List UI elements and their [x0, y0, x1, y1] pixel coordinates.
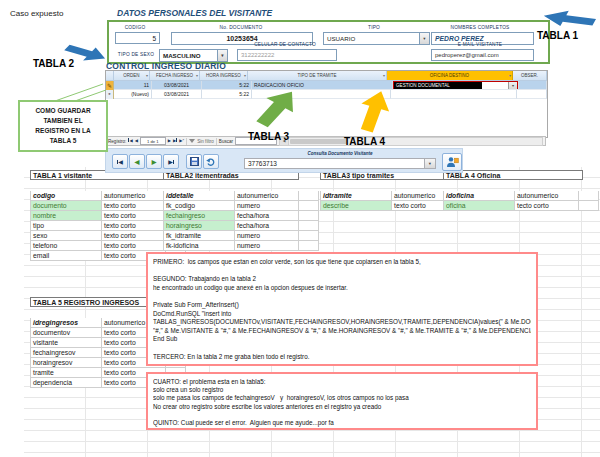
- field-type: numero: [235, 231, 299, 241]
- sort-icon[interactable]: ▾: [196, 73, 198, 78]
- cell-orden[interactable]: 11: [114, 81, 152, 90]
- scrollbar-thumb[interactable]: [290, 139, 348, 144]
- cell-hora[interactable]: 5:22: [202, 81, 252, 90]
- chevron-down-icon[interactable]: ▾: [217, 50, 227, 61]
- table-row-selected[interactable]: ✎ 11 03/08/2021 5:22 RADICACION OFICIO G…: [106, 81, 547, 90]
- oficina-combobox[interactable]: GESTION DOCUMENTAL ▾: [393, 81, 518, 90]
- field-name: fk-idoficina: [163, 241, 235, 251]
- field-name: sexo: [30, 231, 102, 241]
- nombres-label: NOMBRES COMPLETOS: [429, 25, 531, 30]
- cell-obser[interactable]: [519, 81, 547, 90]
- callout-text-line: REGISTRO EN LA: [35, 126, 90, 136]
- email-label: E MAIL VISITANTE: [431, 42, 529, 47]
- field-name: fk_idtramite: [163, 231, 235, 241]
- cell-orden[interactable]: (Nuevo): [114, 90, 152, 99]
- cell-fecha[interactable]: 03/08/2021: [152, 81, 202, 90]
- field-type: texto corto: [102, 221, 166, 231]
- save-record-button[interactable]: [186, 154, 202, 169]
- first-record-button[interactable]: ◀: [112, 154, 128, 169]
- empty-cell: [299, 201, 319, 211]
- celular-field[interactable]: 3122222222: [237, 49, 337, 61]
- consulta-combobox[interactable]: 37763713 ▾: [244, 158, 436, 169]
- first-record-button[interactable]: ◀: [128, 138, 132, 143]
- field-type: autonumerico: [102, 191, 166, 201]
- chevron-down-icon[interactable]: ▾: [508, 82, 517, 89]
- field-type: texto corto: [102, 241, 166, 251]
- column-header-obser[interactable]: OBSER.: [513, 71, 547, 80]
- text-line: CUARTO: el problema esta en la tabla5:: [153, 378, 531, 386]
- field-name: email: [30, 251, 102, 261]
- last-record-button[interactable]: ▶: [173, 138, 177, 143]
- sort-icon[interactable]: ▾: [383, 73, 385, 78]
- text-line: [153, 292, 531, 301]
- record-selector-header: [106, 71, 114, 80]
- field-name: tramite: [30, 368, 102, 378]
- divider: [216, 138, 217, 145]
- empty-cell: [299, 241, 319, 251]
- field-row: fk_idtramite numero: [163, 231, 319, 241]
- empty-cell: [299, 221, 319, 231]
- text-line: he encontrado un codigo que anexé en la …: [153, 284, 531, 293]
- undo-button[interactable]: [203, 154, 219, 169]
- cell-obser[interactable]: [517, 90, 547, 99]
- tabla4-def-rows: idoficina autonumerico oficina tecto cor…: [443, 191, 599, 211]
- email-field[interactable]: pedroperez@gmail.com: [431, 49, 534, 61]
- previous-record-button[interactable]: ◀: [129, 154, 145, 169]
- filter-icon[interactable]: [189, 139, 195, 143]
- chevron-down-icon[interactable]: ▾: [419, 33, 429, 44]
- last-record-button[interactable]: ▶: [163, 154, 179, 169]
- chevron-down-icon[interactable]: ▾: [424, 159, 435, 168]
- field-row: fk_codigo numero: [163, 201, 319, 211]
- datasheet-header: ORDEN ▾ FECHA INGRESO ▾ HORA INGRESO ▾ T…: [106, 71, 547, 81]
- column-header-oficina-destino[interactable]: OFICINA DESTINO ▾: [387, 71, 513, 80]
- empty-cell: [299, 191, 319, 201]
- field-name: idoficina: [443, 191, 515, 201]
- text-line: No crear otro registro sobre escribe los…: [153, 403, 531, 411]
- empty-cell: [579, 201, 599, 211]
- previous-record-button[interactable]: ◀: [135, 139, 138, 143]
- text-line: QUINTO: Cual puede ser el error. Alguien…: [153, 419, 531, 427]
- column-header-hora-ingreso[interactable]: HORA INGRESO ▾: [200, 71, 248, 80]
- tipo-combobox[interactable]: USUARIO ▾: [323, 32, 430, 45]
- column-label: HORA INGRESO: [206, 73, 241, 78]
- tabla4-label: TABLA 4: [344, 136, 385, 147]
- oficina-selected-value: GESTION DOCUMENTAL: [394, 82, 482, 89]
- search-visitor-button[interactable]: [442, 153, 462, 171]
- field-name: documentov: [30, 328, 102, 338]
- field-type: numero: [235, 201, 299, 211]
- text-line: DoCmd.RunSQL "insert into: [153, 310, 531, 319]
- cell-hora[interactable]: 5:22: [202, 90, 252, 99]
- field-name: telefono: [30, 241, 102, 251]
- field-name: horaingreso: [163, 221, 235, 231]
- field-row: fk-idoficina numero: [163, 241, 319, 251]
- horizontal-scrollbar[interactable]: ◀: [279, 137, 543, 146]
- column-header-tipo-de-tramite[interactable]: TIPO DE TRAMITE ▾: [248, 71, 387, 80]
- field-type: tecto corto: [515, 201, 579, 211]
- form-title: DATOS PERSONALES DEL VISITANTE: [117, 8, 272, 18]
- sort-icon[interactable]: ▾: [509, 73, 511, 78]
- celular-label: CELULAR DE CONTACTO: [235, 42, 335, 47]
- filter-status: Sin filtro: [197, 139, 214, 144]
- column-label: OFICINA DESTINO: [430, 73, 469, 78]
- field-name: oficina: [443, 201, 515, 211]
- documento-label: No. DOCUMENTO: [169, 25, 313, 30]
- callout-text-line: COMO GUARDAR: [35, 106, 90, 116]
- new-record-button[interactable]: ▶*: [179, 139, 184, 143]
- empty-cell: [299, 211, 319, 221]
- cell-fecha[interactable]: 03/08/2021: [152, 90, 202, 99]
- tipo-label: TIPO: [321, 25, 427, 30]
- field-type: texto corto: [102, 201, 166, 211]
- next-record-button[interactable]: ▶: [168, 139, 171, 143]
- cell-oficina[interactable]: [391, 90, 517, 99]
- table-row-new[interactable]: * (Nuevo) 03/08/2021 5:22: [106, 90, 547, 99]
- field-name: dependencia: [30, 378, 102, 388]
- sort-icon[interactable]: ▾: [146, 73, 148, 78]
- codigo-field[interactable]: 5: [115, 32, 160, 44]
- column-header-fecha-ingreso[interactable]: FECHA INGRESO ▾: [150, 71, 200, 80]
- sort-icon[interactable]: ▾: [244, 73, 246, 78]
- field-row: oficina tecto corto: [443, 201, 599, 211]
- column-header-orden[interactable]: ORDEN ▾: [114, 71, 150, 80]
- note-box-cuarto: CUARTO: el problema esta en la tabla5:so…: [146, 372, 538, 430]
- next-record-button[interactable]: ▶: [146, 154, 162, 169]
- field-name: codigo: [30, 191, 102, 201]
